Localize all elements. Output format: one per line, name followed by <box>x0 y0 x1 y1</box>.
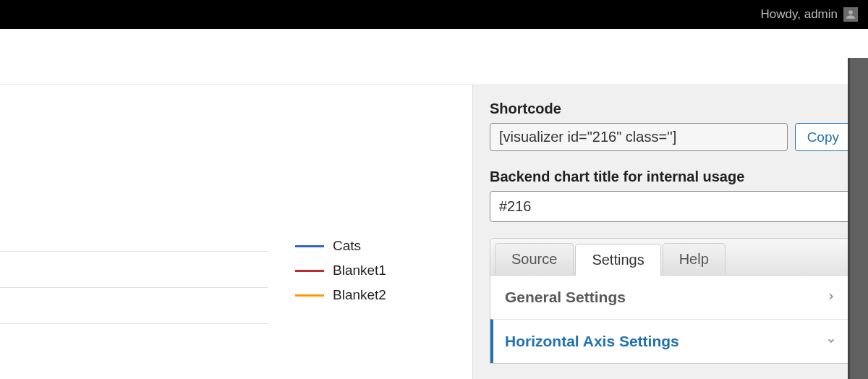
legend-swatch-icon <box>295 245 324 247</box>
shortcode-label: Shortcode <box>490 101 851 117</box>
tab-source[interactable]: Source <box>495 243 574 275</box>
accordion-label: Horizontal Axis Settings <box>505 333 679 350</box>
tab-help[interactable]: Help <box>663 243 726 275</box>
legend-label: Cats <box>333 238 361 254</box>
accordion-horizontal-axis-settings[interactable]: Horizontal Axis Settings <box>490 319 851 363</box>
legend-swatch-icon <box>295 270 324 272</box>
user-icon <box>846 9 856 20</box>
scrollbar-track[interactable] <box>850 58 868 379</box>
legend-label: Blanket1 <box>333 263 386 278</box>
accordion-general-settings[interactable]: General Settings <box>490 276 851 319</box>
backend-title-input[interactable] <box>490 191 851 222</box>
backend-title-label: Backend chart title for internal usage <box>490 169 851 185</box>
legend-item[interactable]: Blanket1 <box>295 263 386 278</box>
accordion-label: General Settings <box>505 289 626 306</box>
admin-greeting[interactable]: Howdy, admin <box>761 7 838 22</box>
settings-panel: Shortcode Copy Backend chart title for i… <box>472 84 868 379</box>
chart-preview-area: Cats Blanket1 Blanket2 <box>0 84 472 379</box>
legend-label: Blanket2 <box>333 287 386 303</box>
main-content: Cats Blanket1 Blanket2 Shortcode Copy Ba… <box>0 29 868 379</box>
legend-item[interactable]: Blanket2 <box>295 287 386 303</box>
shortcode-input[interactable] <box>490 123 788 151</box>
admin-bar: Howdy, admin <box>0 0 868 29</box>
tab-settings[interactable]: Settings <box>575 244 660 276</box>
copy-button[interactable]: Copy <box>795 123 851 151</box>
tabs: Source Settings Help <box>490 238 851 276</box>
legend-item[interactable]: Cats <box>295 238 386 254</box>
chart-legend: Cats Blanket1 Blanket2 <box>295 238 386 312</box>
legend-swatch-icon <box>295 294 324 297</box>
avatar[interactable] <box>843 7 858 22</box>
settings-accordion: General Settings Horizontal Axis Setting… <box>490 276 851 364</box>
chevron-down-icon <box>826 334 836 349</box>
chevron-right-icon <box>826 290 836 305</box>
chart-gridlines <box>0 251 268 359</box>
